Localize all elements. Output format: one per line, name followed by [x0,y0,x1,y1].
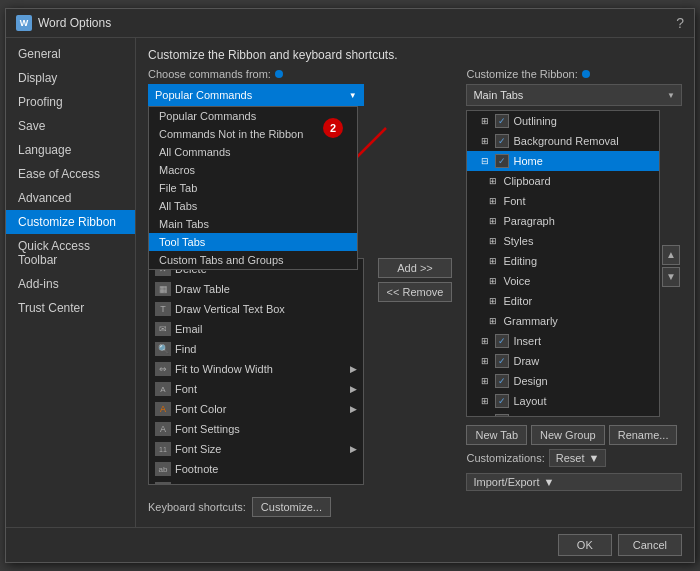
sidebar-item-general[interactable]: General [6,42,135,66]
check-draw[interactable]: ✓ [495,354,509,368]
ribbon-outlining[interactable]: ⊞ ✓ Outlining [467,111,659,131]
check-design[interactable]: ✓ [495,374,509,388]
expand-design: ⊞ [481,376,491,386]
dropdown-option-tool-tabs[interactable]: Tool Tabs [149,233,357,251]
check-bg-removal[interactable]: ✓ [495,134,509,148]
dropdown-option-file-tab[interactable]: File Tab [149,179,357,197]
sidebar-item-advanced[interactable]: Advanced [6,186,135,210]
ribbon-editor[interactable]: ⊞ Editor [467,291,659,311]
ribbon-references[interactable]: ⊞ ✓ References [467,411,659,417]
cmd-draw-table[interactable]: ▦ Draw Table [149,279,363,299]
left-panel-label: Choose commands from: [148,68,364,80]
main-title: Customize the Ribbon and keyboard shortc… [148,48,682,62]
rename-button[interactable]: Rename... [609,425,678,445]
scroll-down-button[interactable]: ▼ [662,267,680,287]
sidebar-item-language[interactable]: Language [6,138,135,162]
ok-button[interactable]: OK [558,534,612,556]
new-group-button[interactable]: New Group [531,425,605,445]
keyboard-shortcuts-left: Keyboard shortcuts: Customize... [148,497,331,517]
cmd-fit-window[interactable]: ⇔ Fit to Window Width ▶ [149,359,363,379]
ribbon-paragraph[interactable]: ⊞ Paragraph [467,211,659,231]
ribbon-home[interactable]: ⊟ ✓ Home [467,151,659,171]
expand-outlining: ⊞ [481,116,491,126]
sidebar-item-quick-access[interactable]: Quick Access Toolbar [6,234,135,272]
sidebar-item-ease-of-access[interactable]: Ease of Access [6,162,135,186]
check-home[interactable]: ✓ [495,154,509,168]
dropdown-option-all-tabs[interactable]: All Tabs [149,197,357,215]
sidebar-item-display[interactable]: Display [6,66,135,90]
ribbon-insert[interactable]: ⊞ ✓ Insert [467,331,659,351]
commands-dropdown-container: Popular Commands ▼ Popular Commands Comm… [148,84,364,110]
dropdown-option-macros[interactable]: Macros [149,161,357,179]
cmd-format-painter[interactable]: ✎ Format Painter [149,479,363,485]
check-layout[interactable]: ✓ [495,394,509,408]
customizations-row: Customizations: Reset ▼ [466,449,682,467]
cmd-font[interactable]: A Font ▶ [149,379,363,399]
expand-insert: ⊞ [481,336,491,346]
cmd-font-color[interactable]: A Font Color ▶ [149,399,363,419]
expand-paragraph: ⊞ [489,216,499,226]
ribbon-editing[interactable]: ⊞ Editing [467,251,659,271]
reset-dropdown[interactable]: Reset ▼ [549,449,607,467]
word-options-dialog: W Word Options ? General Display Proofin… [5,8,695,563]
cmd-font-size[interactable]: 11 Font Size ▶ [149,439,363,459]
expand-editing: ⊞ [489,256,499,266]
ribbon-layout[interactable]: ⊞ ✓ Layout [467,391,659,411]
title-bar: W Word Options ? [6,9,694,38]
help-button[interactable]: ? [676,15,684,31]
expand-grammarly-sub: ⊞ [489,316,499,326]
font-size-icon: 11 [155,442,171,456]
import-export-row: Import/Export ▼ [466,471,682,491]
left-panel: Choose commands from: Popular Commands ▼… [148,68,364,491]
scroll-up-button[interactable]: ▲ [662,245,680,265]
customize-shortcuts-button[interactable]: Customize... [252,497,331,517]
info-dot-right [582,70,590,78]
ribbon-voice[interactable]: ⊞ Voice [467,271,659,291]
check-outlining[interactable]: ✓ [495,114,509,128]
footnote-icon: ab [155,462,171,476]
check-insert[interactable]: ✓ [495,334,509,348]
cmd-footnote[interactable]: ab Footnote [149,459,363,479]
dropdown-arrow: ▼ [349,91,357,100]
commands-list: ✕ Delete ▦ Draw Table T Draw Vertical Te… [148,258,364,485]
dropdown-option-all-commands[interactable]: All Commands [149,143,357,161]
expand-voice: ⊞ [489,276,499,286]
panels-container: 1 Choose commands from: Popular Commands… [148,68,682,491]
sidebar-item-trust-center[interactable]: Trust Center [6,296,135,320]
sidebar-item-customize-ribbon[interactable]: Customize Ribbon [6,210,135,234]
add-button[interactable]: Add >> [378,258,453,278]
cmd-draw-vertical-text-box[interactable]: T Draw Vertical Text Box [149,299,363,319]
right-panel-label: Customize the Ribbon: [466,68,682,80]
ribbon-design[interactable]: ⊞ ✓ Design [467,371,659,391]
find-icon: 🔍 [155,342,171,356]
font-icon: A [155,382,171,396]
ribbon-font[interactable]: ⊞ Font [467,191,659,211]
check-references[interactable]: ✓ [495,414,509,417]
sidebar-item-add-ins[interactable]: Add-ins [6,272,135,296]
ribbon-grammarly-sub[interactable]: ⊞ Grammarly [467,311,659,331]
new-tab-button[interactable]: New Tab [466,425,527,445]
cmd-email[interactable]: ✉ Email [149,319,363,339]
dropdown-option-main-tabs[interactable]: Main Tabs [149,215,357,233]
right-panel: Customize the Ribbon: Main Tabs ▼ ⊞ ✓ Ou… [466,68,682,491]
dropdown-option-custom-tabs[interactable]: Custom Tabs and Groups [149,251,357,269]
reset-dropdown-arrow: ▼ [588,452,599,464]
cmd-find[interactable]: 🔍 Find [149,339,363,359]
ribbon-panel-inner: ⊞ ✓ Outlining ⊞ ✓ Background Removal ⊟ [466,110,682,421]
ribbon-draw[interactable]: ⊞ ✓ Draw [467,351,659,371]
font-settings-icon: A [155,422,171,436]
sidebar-item-proofing[interactable]: Proofing [6,90,135,114]
cmd-font-settings[interactable]: A Font Settings [149,419,363,439]
sidebar-item-save[interactable]: Save [6,114,135,138]
ribbon-dropdown[interactable]: Main Tabs ▼ [466,84,682,106]
commands-dropdown[interactable]: Popular Commands ▼ [148,84,364,106]
ribbon-scroll-buttons: ▲ ▼ [660,110,682,421]
expand-home: ⊟ [481,156,491,166]
expand-clipboard: ⊞ [489,176,499,186]
import-export-button[interactable]: Import/Export ▼ [466,473,682,491]
ribbon-styles[interactable]: ⊞ Styles [467,231,659,251]
ribbon-clipboard[interactable]: ⊞ Clipboard [467,171,659,191]
remove-button[interactable]: << Remove [378,282,453,302]
cancel-button[interactable]: Cancel [618,534,682,556]
ribbon-bg-removal[interactable]: ⊞ ✓ Background Removal [467,131,659,151]
